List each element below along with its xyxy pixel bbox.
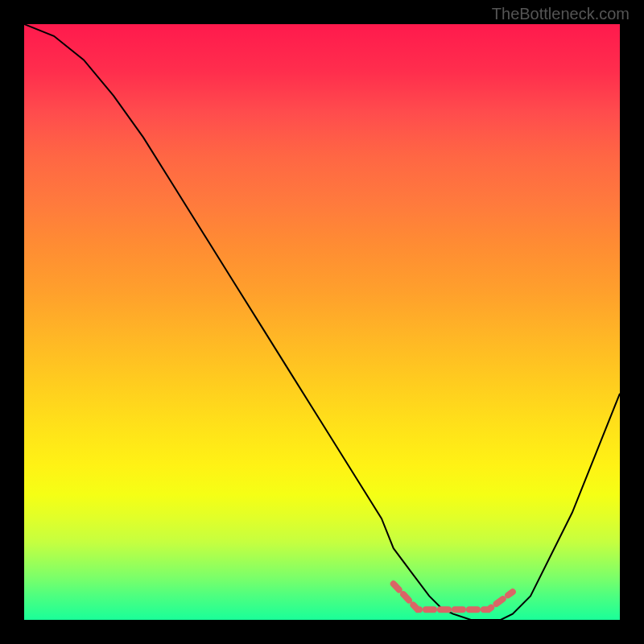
curve-svg-layer <box>24 24 620 620</box>
bottleneck-curve-line <box>24 24 620 620</box>
optimal-zone-highlight <box>394 584 513 609</box>
plot-area <box>24 24 620 620</box>
chart-container <box>24 24 620 620</box>
watermark-text: TheBottleneck.com <box>492 5 630 23</box>
